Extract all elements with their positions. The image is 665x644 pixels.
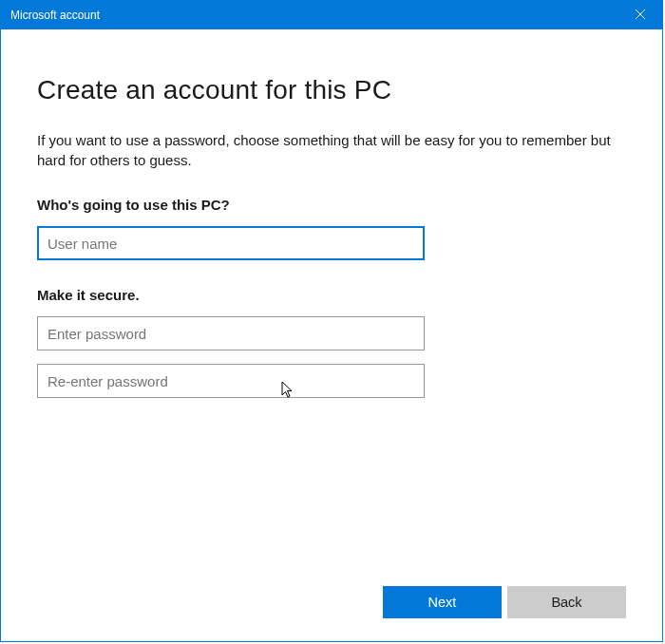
- secure-section-label: Make it secure.: [37, 287, 626, 303]
- page-description: If you want to use a password, choose so…: [37, 130, 626, 170]
- dialog-window: Microsoft account Create an account for …: [0, 0, 663, 642]
- footer-buttons: Next Back: [37, 586, 626, 622]
- title-bar: Microsoft account: [1, 1, 662, 29]
- secure-section: Make it secure.: [37, 287, 626, 411]
- user-section-label: Who's going to use this PC?: [37, 197, 626, 213]
- next-button[interactable]: Next: [383, 586, 502, 618]
- close-icon: [636, 9, 645, 22]
- content-area: Create an account for this PC If you wan…: [1, 29, 662, 641]
- user-section: Who's going to use this PC?: [37, 197, 626, 274]
- window-title: Microsoft account: [10, 9, 618, 22]
- back-button[interactable]: Back: [507, 586, 626, 618]
- page-heading: Create an account for this PC: [37, 75, 626, 105]
- close-button[interactable]: [618, 1, 662, 29]
- password-input[interactable]: [37, 316, 425, 350]
- username-input[interactable]: [37, 226, 425, 260]
- password-confirm-input[interactable]: [37, 364, 425, 398]
